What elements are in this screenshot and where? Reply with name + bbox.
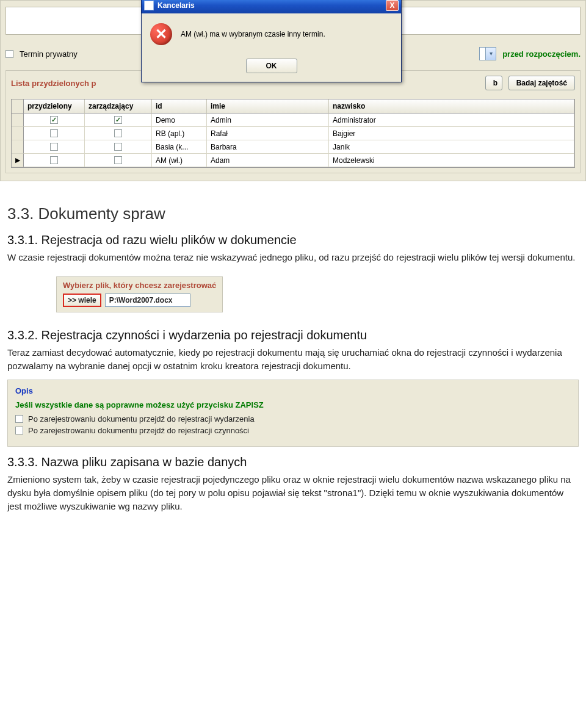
dialog-title: Kancelaris (157, 1, 382, 10)
private-term-checkbox[interactable] (5, 50, 13, 58)
document-body: 3.3. Dokumenty spraw 3.3.1. Rejestracja … (0, 181, 586, 533)
zarzadzajacy-checkbox[interactable] (114, 156, 122, 164)
cell-nazwisko: Administrator (329, 114, 574, 127)
zarzadzajacy-checkbox[interactable] (114, 143, 122, 151)
opis-title: Opis (15, 386, 571, 395)
opis-panel: Opis Jeśli wszystkie dane są poprawne mo… (7, 380, 579, 447)
col-nazwisko[interactable]: nazwisko (329, 99, 574, 114)
heading-3-3-1: 3.3.1. Rejestracja od razu wielu plików … (7, 233, 579, 247)
reminder-combo[interactable]: ▾ (479, 47, 496, 60)
zarzadzajacy-checkbox[interactable] (114, 116, 122, 124)
grid-header: przydzielony zarządzający id imie nazwis… (12, 99, 574, 114)
cell-id: AM (wł.) (152, 154, 207, 167)
przydzielony-checkbox[interactable] (50, 129, 58, 137)
zarzadzajacy-checkbox[interactable] (114, 129, 122, 137)
private-term-label: Termin prywatny (20, 49, 78, 59)
dialog-message: AM (wł.) ma w wybranym czasie inny termi… (181, 30, 325, 38)
table-row[interactable]: DemoAdminAdministrator (12, 114, 574, 127)
after-register-event-checkbox[interactable] (15, 415, 23, 423)
cell-nazwisko: Bajgier (329, 127, 574, 140)
app-screenshot-pane: Termin prywatny ▾ przed rozpoczęciem. Li… (0, 0, 586, 181)
przydzielony-checkbox[interactable] (50, 143, 58, 151)
before-start-label: przed rozpoczęciem. (502, 49, 581, 59)
table-row[interactable]: RB (apl.)RafałBajgier (12, 127, 574, 140)
cell-imie: Admin (207, 114, 329, 127)
para-3-3-3: Zmieniono system tak, żeby w czasie reje… (7, 473, 579, 513)
after-register-event-label: Po zarejestrowaniu dokumentu przejdź do … (28, 414, 255, 423)
para-3-3-2: Teraz zamiast decydować automatycznie, k… (7, 346, 579, 373)
heading-3-3: 3.3. Dokumenty spraw (7, 204, 579, 223)
heading-3-3-3: 3.3.3. Nazwa pliku zapisana w bazie dany… (7, 455, 579, 469)
cell-id: Demo (152, 114, 207, 127)
cell-imie: Adam (207, 154, 329, 167)
col-przydzielony[interactable]: przydzielony (24, 99, 85, 114)
przydzielony-checkbox[interactable] (50, 156, 58, 164)
cell-id: Basia (k... (152, 140, 207, 154)
row-marker (12, 114, 24, 127)
przydzielony-checkbox[interactable] (50, 116, 58, 124)
table-row[interactable]: ▶AM (wł.)AdamModzelewski (12, 154, 574, 167)
cell-nazwisko: Janik (329, 140, 574, 154)
app-icon (144, 1, 154, 10)
row-marker (12, 140, 24, 154)
panel-title: Lista przydzielonych p (11, 79, 96, 88)
chevron-down-icon: ▾ (485, 48, 496, 60)
cell-imie: Barbara (207, 140, 329, 154)
error-dialog: Kancelaris X ✕ AM (wł.) ma w wybranym cz… (141, 0, 402, 82)
heading-3-3-2: 3.3.2. Rejestracja czynności i wydarzeni… (7, 328, 579, 342)
col-zarzadzajacy[interactable]: zarządzający (85, 99, 152, 114)
register-file-title: Wybierz plik, który chcesz zarejestrować (63, 281, 216, 290)
b-button[interactable]: b (485, 76, 502, 90)
file-path-field[interactable]: P:\Word2007.docx (105, 294, 190, 307)
row-marker (12, 127, 24, 140)
after-register-action-label: Po zarejestrowaniu dokumentu przejdź do … (28, 426, 249, 435)
col-id[interactable]: id (152, 99, 207, 114)
col-imie[interactable]: imie (207, 99, 329, 114)
cell-nazwisko: Modzelewski (329, 154, 574, 167)
row-marker: ▶ (12, 154, 24, 167)
assigned-list-panel: Lista przydzielonych p b Badaj zajętość … (5, 70, 581, 173)
close-icon[interactable]: X (386, 0, 399, 11)
assigned-grid: przydzielony zarządzający id imie nazwis… (11, 99, 575, 168)
cell-imie: Rafał (207, 127, 329, 140)
ok-button[interactable]: OK (246, 59, 297, 73)
para-3-3-1: W czasie rejestracji dokumentów można te… (7, 251, 579, 264)
after-register-action-checkbox[interactable] (15, 427, 23, 434)
error-icon: ✕ (150, 23, 172, 45)
zapisz-hint: Jeśli wszystkie dane są poprawne możesz … (15, 400, 571, 409)
dialog-titlebar[interactable]: Kancelaris X (142, 0, 401, 13)
many-files-button[interactable]: >> wiele (63, 294, 101, 307)
register-file-snippet: Wybierz plik, który chcesz zarejestrować… (56, 276, 223, 312)
check-busy-button[interactable]: Badaj zajętość (508, 76, 575, 90)
cell-id: RB (apl.) (152, 127, 207, 140)
table-row[interactable]: Basia (k...BarbaraJanik (12, 140, 574, 154)
